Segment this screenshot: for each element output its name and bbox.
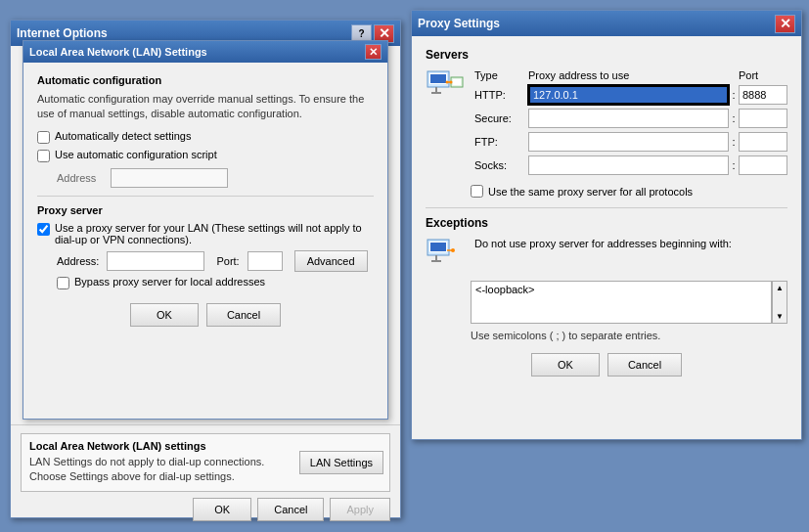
proxy-address-label: Address: <box>57 255 99 267</box>
lan-cancel-button[interactable]: Cancel <box>206 303 281 327</box>
col-type-header: Type <box>474 69 528 81</box>
use-proxy-label: Use a proxy server for your LAN (These s… <box>55 222 374 245</box>
auto-script-label: Use automatic configuration script <box>55 149 217 160</box>
lan-ok-button[interactable]: OK <box>130 303 199 327</box>
exceptions-icon-area <box>426 238 471 275</box>
socks-port-input[interactable] <box>739 155 787 175</box>
svg-rect-3 <box>435 87 437 92</box>
internet-options-window: Internet Options ? ✕ Local Area Network … <box>10 20 401 518</box>
svg-rect-6 <box>453 79 461 85</box>
lan-settings-button[interactable]: LAN Settings <box>299 451 383 474</box>
secure-colon: : <box>729 112 739 124</box>
detect-settings-checkbox[interactable] <box>37 131 50 144</box>
servers-icon-area <box>426 69 471 109</box>
svg-rect-14 <box>431 260 441 262</box>
port-label: Port: <box>216 255 239 267</box>
servers-label: Servers <box>426 48 787 62</box>
io-apply-button[interactable]: Apply <box>330 498 390 521</box>
proxy-settings-title: Proxy Settings <box>418 17 500 30</box>
secure-port-input[interactable] <box>739 109 787 128</box>
col-address-header: Proxy address to use <box>528 69 729 81</box>
network-icon <box>426 69 465 107</box>
bypass-local-checkbox[interactable] <box>57 277 69 289</box>
ps-close-button[interactable]: ✕ <box>775 15 795 33</box>
address-label: Address <box>57 172 106 184</box>
proxy-port-input[interactable] <box>247 251 283 271</box>
secure-address-input[interactable] <box>528 109 729 128</box>
proxy-address-input[interactable] <box>107 251 204 271</box>
exceptions-label: Exceptions <box>426 216 787 230</box>
io-cancel-button[interactable]: Cancel <box>257 498 324 521</box>
auto-config-description: Automatic configuration may override man… <box>37 92 374 122</box>
proxy-server-label: Proxy server <box>37 204 374 216</box>
advanced-button[interactable]: Advanced <box>294 250 368 272</box>
ps-ok-button[interactable]: OK <box>531 353 600 377</box>
http-port-input[interactable] <box>739 85 787 105</box>
exceptions-textarea[interactable] <box>471 281 772 324</box>
internet-options-title: Internet Options <box>17 26 108 40</box>
ftp-type-label: FTP: <box>474 136 528 148</box>
http-address-input[interactable] <box>528 85 729 105</box>
use-proxy-checkbox[interactable] <box>37 223 50 236</box>
auto-config-label: Automatic configuration <box>37 74 374 86</box>
detect-settings-label: Automatically detect settings <box>55 130 191 142</box>
ftp-colon: : <box>729 136 739 148</box>
io-ok-button[interactable]: OK <box>193 498 251 521</box>
scrollbar-up[interactable]: ▲ <box>774 282 786 294</box>
socks-type-label: Socks: <box>474 159 528 171</box>
auto-config-address-input[interactable] <box>111 168 228 188</box>
proxy-settings-titlebar: Proxy Settings ✕ <box>412 11 801 36</box>
same-proxy-label: Use the same proxy server for all protoc… <box>488 186 693 198</box>
svg-point-8 <box>446 81 449 84</box>
col-port-header: Port <box>739 69 787 81</box>
ps-cancel-button[interactable]: Cancel <box>607 353 682 377</box>
svg-rect-12 <box>430 243 446 251</box>
http-colon: : <box>729 89 739 101</box>
socks-address-input[interactable] <box>528 155 729 175</box>
secure-type-label: Secure: <box>474 112 528 124</box>
lan-close-button[interactable]: ✕ <box>365 44 382 60</box>
svg-rect-13 <box>435 255 437 260</box>
lan-titlebar: Local Area Network (LAN) Settings ✕ <box>23 41 387 63</box>
same-proxy-checkbox[interactable] <box>471 185 483 198</box>
semicolons-note: Use semicolons ( ; ) to separate entries… <box>471 330 787 341</box>
lan-dialog-title: Local Area Network (LAN) Settings <box>29 46 207 58</box>
bypass-local-label: Bypass proxy server for local addresses <box>74 276 265 288</box>
exceptions-icon <box>426 238 465 273</box>
svg-rect-4 <box>431 92 441 94</box>
http-type-label: HTTP: <box>474 89 528 101</box>
socks-colon: : <box>729 159 739 171</box>
auto-script-checkbox[interactable] <box>37 150 50 162</box>
exceptions-description: Do not use proxy server for addresses be… <box>474 238 787 249</box>
ftp-port-input[interactable] <box>739 132 787 152</box>
scrollbar-down[interactable]: ▼ <box>774 310 786 323</box>
svg-rect-2 <box>430 74 446 83</box>
svg-point-9 <box>450 81 453 84</box>
svg-point-16 <box>451 248 455 252</box>
ftp-address-input[interactable] <box>528 132 729 152</box>
proxy-settings-window: Proxy Settings ✕ Servers <box>411 10 802 440</box>
